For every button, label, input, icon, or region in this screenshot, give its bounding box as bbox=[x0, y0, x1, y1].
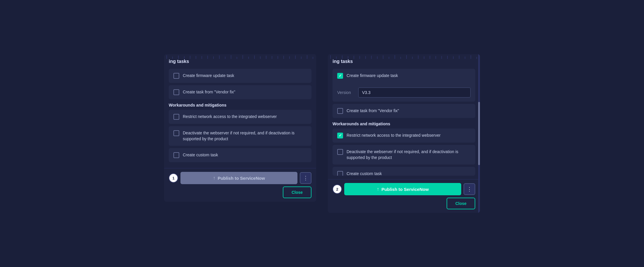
close-row-left: Close bbox=[169, 186, 311, 198]
close-row-right: Close bbox=[333, 198, 475, 209]
vendor-fix-task-left[interactable]: Create task from "Vendor fix" bbox=[169, 85, 311, 99]
restrict-task-right[interactable]: Restrict network access to the integrate… bbox=[333, 129, 475, 143]
custom-checkbox-left[interactable] bbox=[173, 152, 179, 158]
workarounds-title-right: Workarounds and mitigations bbox=[333, 121, 475, 126]
publish-row-left: 1 ↑ Publish to ServiceNow ⋮ bbox=[169, 172, 311, 184]
scrollbar-thumb-right[interactable] bbox=[478, 102, 480, 165]
restrict-task-left[interactable]: Restrict network access to the integrate… bbox=[169, 110, 311, 124]
publish-label-left: Publish to ServiceNow bbox=[218, 176, 265, 181]
publish-row-right: 2 ↑ Publish to ServiceNow ⋮ bbox=[333, 183, 475, 195]
publish-label-right: Publish to ServiceNow bbox=[381, 187, 429, 192]
restrict-checkbox-left[interactable] bbox=[173, 114, 179, 120]
firmware-checkbox-right[interactable] bbox=[337, 73, 343, 79]
vendor-fix-checkbox-right[interactable] bbox=[337, 108, 343, 114]
workarounds-title-left: Workarounds and mitigations bbox=[169, 103, 311, 107]
wavy-top-right bbox=[328, 54, 480, 59]
firmware-label-left: Create firmware update task bbox=[183, 73, 234, 79]
firmware-task-right[interactable]: Create firmware update task Version bbox=[333, 69, 475, 102]
deactivate-checkbox-left[interactable] bbox=[173, 130, 179, 136]
version-label-right: Version bbox=[337, 90, 355, 95]
publish-arrow-left: ↑ bbox=[213, 175, 215, 181]
panel-left: ing tasks Create firmware update task Cr… bbox=[164, 54, 316, 202]
wavy-top-left bbox=[164, 54, 316, 59]
firmware-label-right: Create firmware update task bbox=[347, 73, 398, 79]
restrict-checkbox-right[interactable] bbox=[337, 133, 343, 138]
badge-right: 2 bbox=[333, 184, 342, 194]
vendor-fix-task-right[interactable]: Create task from "Vendor fix" bbox=[333, 104, 475, 118]
custom-label-right: Create custom task bbox=[347, 171, 382, 176]
panel-left-content: Create firmware update task Create task … bbox=[164, 65, 316, 168]
panel-right-header: ing tasks bbox=[328, 59, 480, 65]
panels-container: ing tasks Create firmware update task Cr… bbox=[164, 54, 480, 213]
deactivate-label-right: Deactivate the webserver if not required… bbox=[347, 149, 471, 160]
panel-right-content: Create firmware update task Version Crea… bbox=[328, 65, 480, 179]
version-row-right: Version bbox=[337, 88, 471, 97]
custom-task-left[interactable]: Create custom task bbox=[169, 148, 311, 162]
panel-left-header: ing tasks bbox=[164, 59, 316, 65]
version-input-right[interactable] bbox=[358, 88, 471, 97]
vendor-fix-label-right: Create task from "Vendor fix" bbox=[347, 108, 399, 114]
firmware-task-left[interactable]: Create firmware update task bbox=[169, 69, 311, 83]
close-btn-left[interactable]: Close bbox=[283, 186, 311, 198]
close-btn-right[interactable]: Close bbox=[447, 198, 475, 209]
custom-checkbox-right[interactable] bbox=[337, 171, 343, 176]
firmware-expanded-right: Version bbox=[333, 86, 475, 102]
custom-label-left: Create custom task bbox=[183, 152, 218, 158]
panel-left-footer: 1 ↑ Publish to ServiceNow ⋮ Close bbox=[164, 168, 316, 202]
more-btn-left[interactable]: ⋮ bbox=[300, 172, 311, 184]
panel-right: ing tasks Create firmware update task Ve… bbox=[328, 54, 480, 213]
custom-task-right[interactable]: Create custom task bbox=[333, 167, 475, 176]
deactivate-label-left: Deactivate the webserver if not required… bbox=[183, 130, 307, 142]
firmware-checkbox-left[interactable] bbox=[173, 73, 179, 79]
restrict-label-right: Restrict network access to the integrate… bbox=[347, 133, 440, 138]
badge-left: 1 bbox=[169, 173, 178, 183]
more-dots-right: ⋮ bbox=[467, 186, 472, 192]
deactivate-task-right[interactable]: Deactivate the webserver if not required… bbox=[333, 145, 475, 165]
deactivate-checkbox-right[interactable] bbox=[337, 149, 343, 155]
publish-btn-right[interactable]: ↑ Publish to ServiceNow bbox=[344, 183, 461, 195]
vendor-fix-checkbox-left[interactable] bbox=[173, 89, 179, 95]
restrict-label-left: Restrict network access to the integrate… bbox=[183, 114, 277, 120]
scrollbar-track-right bbox=[478, 54, 480, 213]
deactivate-task-left[interactable]: Deactivate the webserver if not required… bbox=[169, 126, 311, 146]
publish-btn-left[interactable]: ↑ Publish to ServiceNow bbox=[180, 172, 297, 184]
publish-arrow-right: ↑ bbox=[377, 186, 379, 192]
more-dots-left: ⋮ bbox=[303, 175, 308, 181]
firmware-task-header-right: Create firmware update task bbox=[333, 69, 475, 83]
vendor-fix-label-left: Create task from "Vendor fix" bbox=[183, 89, 235, 95]
more-btn-right[interactable]: ⋮ bbox=[464, 183, 475, 195]
panel-right-footer: 2 ↑ Publish to ServiceNow ⋮ Close bbox=[328, 179, 480, 213]
